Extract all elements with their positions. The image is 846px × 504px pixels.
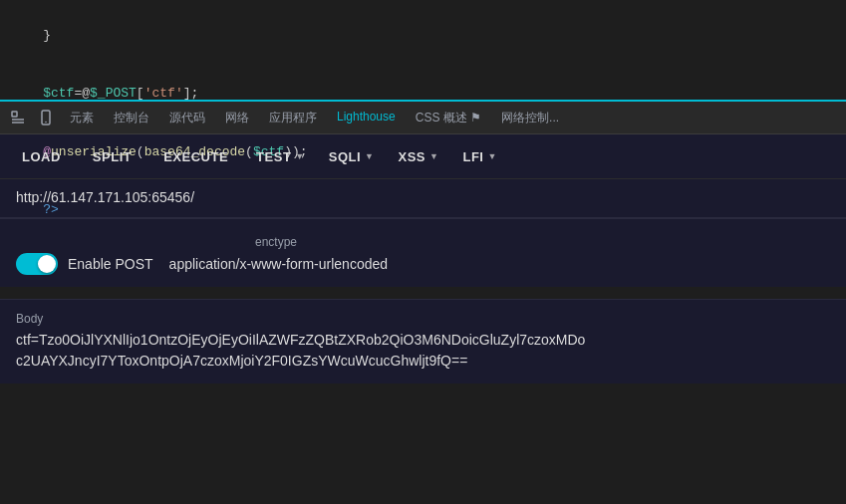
body-label: Body [16, 312, 830, 326]
tab-lighthouse[interactable]: Lighthouse [327, 101, 406, 135]
toggle-thumb [38, 255, 56, 273]
code-line-1: } [12, 6, 834, 65]
tab-application[interactable]: 应用程序 [259, 101, 327, 135]
execute-button[interactable]: EXECUTE [149, 143, 242, 170]
tab-console[interactable]: 控制台 [104, 101, 159, 135]
xss-caret: ▼ [429, 151, 438, 161]
tab-network-control[interactable]: 网络控制... [491, 101, 569, 135]
enctype-value: application/x-www-form-urlencoded [169, 256, 388, 272]
test-caret: ▼ [295, 151, 304, 161]
svg-rect-0 [12, 112, 17, 117]
load-button[interactable]: LOAD [8, 143, 75, 170]
tab-sources[interactable]: 源代码 [159, 101, 215, 135]
devtools-tabbar: 元素 控制台 源代码 网络 应用程序 Lighthouse CSS 概述 ⚑ 网… [0, 100, 846, 134]
toggle-container: Enable POST [16, 253, 153, 275]
body-line1: ctf=Tzo0OiJlYXNlIjo1OntzOjEyOjEyOiIlAZWF… [16, 332, 585, 348]
enable-post-label: Enable POST [68, 256, 153, 272]
code-ctf-var: $ctf [43, 86, 74, 101]
tab-elements[interactable]: 元素 [60, 101, 104, 135]
test-button[interactable]: TEST ▼ [246, 143, 315, 170]
svg-point-2 [45, 122, 47, 124]
main-toolbar: LOAD SPLIT EXECUTE TEST ▼ SQLI ▼ XSS ▼ L… [0, 134, 846, 179]
lfi-caret: ▼ [487, 151, 496, 161]
tab-network[interactable]: 网络 [215, 101, 259, 135]
code-area: } $ctf=@$_POST['ctf']; @unserialize(base… [0, 0, 846, 100]
sqli-caret: ▼ [365, 151, 374, 161]
body-value: ctf=Tzo0OiJlYXNlIjo1OntzOjEyOjEyOiIlAZWF… [16, 330, 830, 372]
lfi-button[interactable]: LFI ▼ [452, 143, 506, 170]
xss-button[interactable]: XSS ▼ [389, 143, 449, 170]
url-text: http://61.147.171.105:65456/ [16, 189, 194, 205]
tab-css-overview[interactable]: CSS 概述 ⚑ [406, 101, 491, 135]
enctype-label: enctype [255, 235, 830, 249]
post-row: Enable POST application/x-www-form-urlen… [16, 253, 830, 275]
form-section: enctype Enable POST application/x-www-fo… [0, 219, 846, 287]
enable-post-toggle[interactable] [16, 253, 58, 275]
url-bar: http://61.147.171.105:65456/ [0, 179, 846, 218]
body-line2: c2UAYXJncyI7YToxOntpOjA7czoxMjoiY2F0IGZs… [16, 353, 467, 369]
inspect-icon[interactable] [4, 104, 32, 131]
sqli-button[interactable]: SQLI ▼ [319, 143, 385, 170]
mobile-icon[interactable] [32, 104, 60, 131]
code-bracket: } [43, 28, 51, 43]
body-section: Body ctf=Tzo0OiJlYXNlIjo1OntzOjEyOjEyOiI… [0, 300, 846, 383]
split-button[interactable]: SPLIT [79, 143, 145, 170]
